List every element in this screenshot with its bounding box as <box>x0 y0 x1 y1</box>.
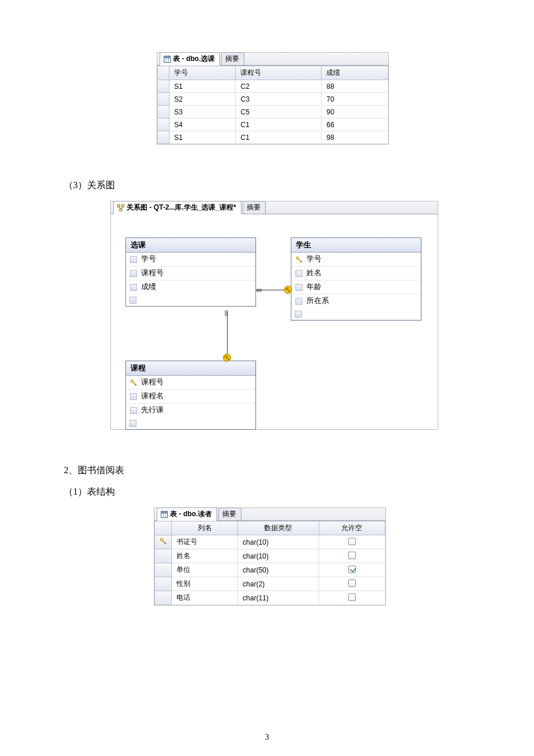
col-header[interactable]: 列名 <box>172 521 238 535</box>
svg-rect-1 <box>164 56 171 57</box>
cell[interactable]: 66 <box>322 118 388 131</box>
er-column-row[interactable]: 姓名 <box>291 267 421 280</box>
col-header[interactable]: 课程号 <box>236 66 322 80</box>
svg-point-8 <box>131 380 133 382</box>
table-row[interactable]: 电话char(11) <box>155 591 385 605</box>
column-icon <box>129 269 138 278</box>
er-column-row[interactable]: 年龄 <box>291 280 421 294</box>
nullable-checkbox[interactable] <box>348 593 356 601</box>
col-header[interactable]: 成绩 <box>322 66 388 80</box>
row-selector[interactable] <box>158 93 169 106</box>
cell[interactable]: C2 <box>236 80 322 93</box>
col-header[interactable]: 数据类型 <box>238 521 319 535</box>
cell[interactable]: 70 <box>322 93 388 106</box>
cell-data-type[interactable]: char(50) <box>238 563 319 577</box>
cell-column-name[interactable]: 电话 <box>172 591 238 605</box>
cell[interactable]: S1 <box>169 80 236 93</box>
cell-data-type[interactable]: char(10) <box>238 535 319 549</box>
er-column-row[interactable]: 学号 <box>126 253 255 267</box>
tab-summary[interactable]: 摘要 <box>218 507 241 521</box>
col-header[interactable]: 学号 <box>169 66 236 80</box>
er-table-xuanke[interactable]: 选课 学号课程号成绩 <box>125 237 256 307</box>
table-row[interactable]: S4C166 <box>158 118 388 131</box>
cell[interactable]: 98 <box>322 131 388 144</box>
table-row[interactable]: S1C288 <box>158 80 388 93</box>
er-column-row[interactable]: 先行课 <box>126 404 255 417</box>
tab-diagram[interactable]: 关系图 - QT-2...库.学生_选课_课程* <box>113 201 241 214</box>
nullable-checkbox[interactable] <box>348 566 356 573</box>
cell[interactable]: S2 <box>169 93 236 106</box>
er-column-row[interactable]: 所在系 <box>291 294 421 308</box>
relationship-many-end: ∞ <box>256 286 269 294</box>
grid-header-row: 学号 课程号 成绩 <box>158 66 388 80</box>
cell[interactable]: 90 <box>322 106 388 118</box>
er-column-row[interactable]: 课程名 <box>126 390 255 404</box>
tab-summary[interactable]: 摘要 <box>243 201 266 214</box>
svg-rect-4 <box>118 204 120 207</box>
diagram-canvas[interactable]: 选课 学号课程号成绩 学生 学号姓名年龄所在系 课程 课程号课程名先行课 ∞ <box>111 214 438 429</box>
er-column-row[interactable]: 成绩 <box>126 280 255 294</box>
table-row[interactable]: 单位char(50) <box>155 563 385 577</box>
cell[interactable]: S3 <box>169 106 236 118</box>
cell-column-name[interactable]: 单位 <box>172 563 238 577</box>
svg-point-9 <box>286 288 288 290</box>
table-icon <box>161 511 168 518</box>
nullable-checkbox[interactable] <box>348 538 356 545</box>
er-column-name: 课程名 <box>141 391 164 401</box>
tab-summary[interactable]: 摘要 <box>221 52 244 66</box>
cell[interactable]: S1 <box>169 131 236 144</box>
tab-label: 摘要 <box>247 203 261 213</box>
nullable-checkbox[interactable] <box>348 579 356 587</box>
col-header[interactable]: 允许空 <box>319 521 385 535</box>
er-table-kecheng[interactable]: 课程 课程号课程名先行课 <box>125 361 256 430</box>
table-row[interactable]: S1C198 <box>158 131 388 144</box>
er-column-row[interactable]: 学号 <box>291 253 421 267</box>
nullable-checkbox[interactable] <box>348 552 356 559</box>
row-selector-header <box>155 521 172 535</box>
table-xuanke-panel: 表 - dbo.选课 摘要 学号 课程号 成绩 S1C288S2C370S3C5… <box>157 52 389 145</box>
cell[interactable]: S4 <box>169 118 236 131</box>
row-selector[interactable] <box>155 591 172 605</box>
cell[interactable]: C3 <box>236 93 322 106</box>
cell-allow-null[interactable] <box>319 549 385 563</box>
cell-allow-null[interactable] <box>319 563 385 577</box>
tab-label: 摘要 <box>225 54 239 64</box>
er-column-row[interactable]: 课程号 <box>126 267 255 280</box>
cell-allow-null[interactable] <box>319 577 385 591</box>
cell[interactable]: C5 <box>236 106 322 118</box>
row-selector[interactable] <box>155 577 172 591</box>
er-table-xuesheng[interactable]: 学生 学号姓名年龄所在系 <box>291 237 421 321</box>
svg-rect-5 <box>122 204 124 207</box>
table-icon <box>164 56 171 63</box>
row-selector[interactable] <box>158 80 169 93</box>
cell-allow-null[interactable] <box>319 591 385 605</box>
table-row[interactable]: S2C370 <box>158 93 388 106</box>
er-column-row[interactable]: 课程号 <box>126 376 255 390</box>
tab-table-duzhe[interactable]: 表 - dbo.读者 <box>157 507 217 521</box>
cell-column-name[interactable]: 性别 <box>172 577 238 591</box>
table-row[interactable]: 姓名char(10) <box>155 549 385 563</box>
row-selector[interactable] <box>158 106 169 118</box>
row-selector[interactable] <box>158 118 169 131</box>
table-row[interactable]: S3C590 <box>158 106 388 118</box>
cell-column-name[interactable]: 书证号 <box>172 535 238 549</box>
cell-data-type[interactable]: char(2) <box>238 577 319 591</box>
cell[interactable]: 88 <box>322 80 388 93</box>
er-column-name: 课程号 <box>141 268 164 278</box>
cell-data-type[interactable]: char(11) <box>238 591 319 605</box>
cell-data-type[interactable]: char(10) <box>238 549 319 563</box>
column-icon <box>295 283 303 291</box>
tab-strip: 关系图 - QT-2...库.学生_选课_课程* 摘要 <box>111 201 438 214</box>
row-selector[interactable] <box>155 549 172 563</box>
svg-point-15 <box>160 538 163 541</box>
cell-column-name[interactable]: 姓名 <box>172 549 238 563</box>
cell[interactable]: C1 <box>236 118 322 131</box>
row-selector[interactable] <box>155 563 172 577</box>
row-selector[interactable] <box>155 535 172 549</box>
table-row[interactable]: 书证号char(10) <box>155 535 385 549</box>
table-row[interactable]: 性别char(2) <box>155 577 385 591</box>
cell-allow-null[interactable] <box>319 535 385 549</box>
row-selector[interactable] <box>158 131 169 144</box>
cell[interactable]: C1 <box>236 131 322 144</box>
tab-table-xuanke[interactable]: 表 - dbo.选课 <box>160 52 220 66</box>
